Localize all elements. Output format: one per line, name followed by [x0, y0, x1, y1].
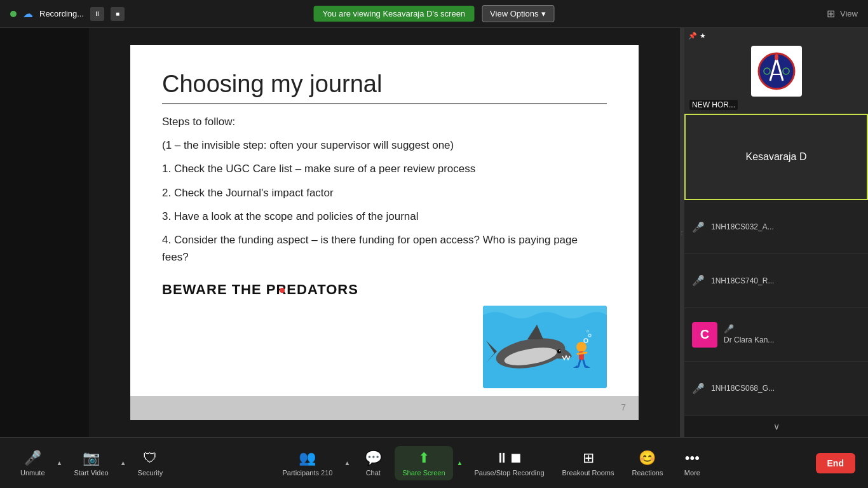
top-bar: ☁ Recording... ⏸ ■ You are viewing Kesav… — [0, 0, 868, 28]
mute-icon-5: 🎤 — [724, 324, 774, 334]
participants-caret-button[interactable]: ▲ — [342, 458, 351, 468]
svg-line-7 — [578, 353, 587, 354]
unmute-caret-button[interactable]: ▲ — [55, 458, 64, 468]
red-dot — [280, 288, 285, 293]
org-logo — [751, 46, 802, 97]
toolbar-right: End — [816, 453, 855, 473]
view-options-label: View Options — [490, 9, 538, 18]
share-screen-button[interactable]: ⬆ Share Screen — [395, 446, 452, 480]
chat-icon: 💬 — [365, 450, 382, 466]
chevron-down-icon: ▾ — [541, 9, 546, 18]
pin-icon: 📌 — [688, 32, 697, 40]
tile-5-name: Dr Clara Kan... — [724, 336, 774, 344]
toolbar: 🎤 Unmute ▲ 📷 Start Video ▲ 🛡 Security 👥 … — [0, 437, 868, 488]
svg-point-4 — [559, 350, 560, 351]
slide-step-4: 4. Consider the funding aspect – is ther… — [162, 231, 607, 266]
stop-recording-button[interactable]: ■ — [111, 7, 125, 21]
unmute-button[interactable]: 🎤 Unmute — [13, 446, 53, 480]
slide-container: Choosing my journal Steps to follow: (1 … — [89, 28, 680, 437]
video-caret-button[interactable]: ▲ — [119, 458, 128, 468]
participant-tile-1[interactable]: 📌 ★ NEW HOR... — [684, 28, 868, 114]
top-bar-right: ⊞ View — [827, 8, 858, 20]
tile-2-name: Kesavaraja D — [745, 151, 806, 163]
tile-6-name: 1NH18CS068_G... — [711, 384, 775, 393]
more-button[interactable]: ••• More — [673, 446, 711, 480]
recording-controls-icon: ⏸⏹ — [495, 450, 523, 466]
mute-icon-3: 🎤 — [692, 221, 705, 233]
breakout-rooms-button[interactable]: ⊞ Breakout Rooms — [555, 446, 622, 480]
tile-5-avatar: C — [692, 322, 717, 348]
right-sidebar: 📌 ★ NEW HOR... Kesavaraja D 🎤 1NH18CS032… — [684, 28, 868, 437]
chat-button[interactable]: 💬 Chat — [354, 446, 392, 480]
tile-pin-icons: 📌 ★ — [688, 32, 706, 40]
view-options-button[interactable]: View Options ▾ — [482, 5, 554, 22]
shield-icon: 🛡 — [143, 450, 157, 466]
reactions-label: Reactions — [632, 469, 663, 477]
share-screen-label: Share Screen — [402, 469, 445, 477]
toolbar-center: 👥 Participants 210 ▲ 💬 Chat ⬆ Share Scre… — [275, 446, 711, 480]
participant-tile-5[interactable]: C 🎤 Dr Clara Kan... — [684, 308, 868, 362]
participant-tile-kesavaraja[interactable]: Kesavaraja D — [684, 114, 868, 200]
tile-3-name: 1NH18CS032_A... — [711, 222, 774, 231]
reactions-button[interactable]: 😊 Reactions — [624, 446, 670, 480]
slide-beware-text: BEWARE THE PREDATORS — [162, 278, 607, 301]
participant-tile-4[interactable]: 🎤 1NH18CS740_R... — [684, 254, 868, 308]
slide-content: Choosing my journal Steps to follow: (1 … — [130, 45, 639, 420]
video-off-icon: 📷 — [83, 450, 100, 466]
start-video-button[interactable]: 📷 Start Video — [66, 446, 116, 480]
grid-icon: ⊞ — [827, 8, 835, 20]
security-button[interactable]: 🛡 Security — [130, 446, 171, 480]
unmute-label: Unmute — [20, 469, 45, 477]
more-label: More — [684, 469, 700, 477]
slide-step-1: 1. Check the UGC Care list – make sure o… — [162, 160, 607, 177]
share-screen-icon: ⬆ — [418, 450, 430, 466]
mute-icon-6: 🎤 — [692, 383, 705, 395]
toolbar-left: 🎤 Unmute ▲ 📷 Start Video ▲ 🛡 Security — [13, 446, 170, 480]
top-bar-left: ☁ Recording... ⏸ ■ — [10, 7, 125, 21]
slide-title: Choosing my journal — [162, 71, 607, 104]
svg-point-16 — [775, 54, 778, 60]
microphone-muted-icon: 🎤 — [24, 450, 41, 466]
share-screen-caret-button[interactable]: ▲ — [456, 458, 465, 468]
recording-dot — [10, 11, 17, 17]
slide-body: Steps to follow: (1 – the invisible step… — [162, 113, 607, 301]
top-bar-center: You are viewing Kesavaraja D's screen Vi… — [314, 5, 555, 22]
slide-step-2: 2. Check the Journal's impact factor — [162, 184, 607, 201]
participant-tile-3[interactable]: 🎤 1NH18CS032_A... — [684, 200, 868, 254]
participants-button[interactable]: 👥 Participants 210 — [275, 446, 340, 480]
slide-number: 7 — [621, 402, 626, 412]
chevron-down-icon: ∨ — [773, 421, 780, 431]
left-sidebar — [0, 28, 89, 437]
participants-label: Participants 210 — [282, 469, 332, 477]
end-button[interactable]: End — [816, 453, 855, 473]
shark-image — [483, 306, 607, 388]
chat-label: Chat — [366, 469, 381, 477]
more-icon: ••• — [685, 450, 700, 466]
security-label: Security — [138, 469, 163, 477]
svg-point-3 — [557, 349, 561, 353]
pause-stop-recording-button[interactable]: ⏸⏹ Pause/Stop Recording — [466, 446, 552, 480]
cloud-icon: ☁ — [23, 8, 33, 20]
svg-point-5 — [576, 342, 587, 352]
mute-icon-4: 🎤 — [692, 274, 705, 287]
view-label: View — [840, 9, 858, 18]
slide-bottom-bar: 7 — [130, 396, 639, 420]
slide-step-header: Steps to follow: — [162, 113, 607, 130]
slide-step-3: 3. Have a look at the scope and policies… — [162, 208, 607, 225]
participants-icon: 👥 — [299, 450, 316, 466]
participant-tile-6[interactable]: 🎤 1NH18CS068_G... — [684, 362, 868, 416]
star-icon: ★ — [700, 32, 706, 40]
breakout-icon: ⊞ — [583, 450, 594, 466]
main-layout: Choosing my journal Steps to follow: (1 … — [0, 28, 868, 437]
tile-4-name: 1NH18CS740_R... — [711, 276, 774, 285]
recording-label: Pause/Stop Recording — [474, 469, 544, 477]
recording-text: Recording... — [39, 9, 84, 18]
start-video-label: Start Video — [74, 469, 108, 477]
pause-recording-button[interactable]: ⏸ — [90, 7, 104, 21]
breakout-label: Breakout Rooms — [562, 469, 614, 477]
reactions-icon: 😊 — [639, 450, 656, 466]
viewing-banner: You are viewing Kesavaraja D's screen — [314, 6, 475, 22]
scroll-down-button[interactable]: ∨ — [684, 416, 868, 437]
slide-step-0: (1 – the invisible step: often your supe… — [162, 137, 607, 154]
tile-1-name: NEW HOR... — [689, 100, 738, 110]
